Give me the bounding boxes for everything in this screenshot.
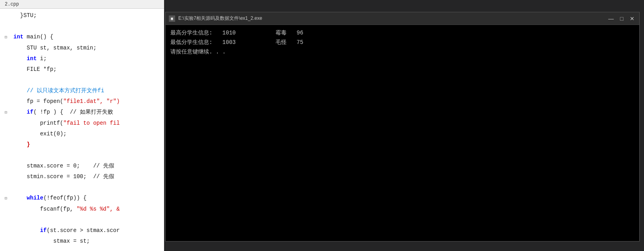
- line-content: }STU;: [12, 10, 164, 21]
- line-content: stmin.score = 100; // 先假: [12, 171, 164, 182]
- line-content: fscanf(fp, "%d %s %d", &: [12, 204, 164, 215]
- console-controls: — □ ✕: [607, 15, 636, 22]
- line-content: FILE *fp;: [12, 64, 164, 75]
- code-line: [0, 21, 164, 32]
- line-content: if( !fp ) { // 如果打开失败: [12, 107, 164, 118]
- line-content: if(st.score > stmax.scor: [12, 225, 164, 236]
- line-content: [12, 215, 164, 225]
- line-content: [12, 150, 164, 161]
- code-line: if(st.score > stmax.scor: [0, 225, 164, 236]
- code-line: ⊟ if( !fp ) { // 如果打开失败: [0, 107, 164, 118]
- line-content: }: [12, 139, 164, 150]
- code-line: ⊟int main() {: [0, 32, 164, 43]
- console-window: ▣ E:\实验7相关源码及数据文件\ex1_2.exe — □ ✕ 最高分学生信…: [165, 12, 640, 241]
- line-content: STU st, stmax, stmin;: [12, 43, 164, 53]
- code-line: STU st, stmax, stmin;: [0, 43, 164, 53]
- gutter-icon[interactable]: ⊟: [0, 107, 12, 118]
- line-content: printf("fail to open fil: [12, 118, 164, 129]
- code-area: }STU; ⊟int main() { STU st, stmax, stmin…: [0, 9, 164, 248]
- code-line: ⊟ while(!feof(fp)) {: [0, 193, 164, 204]
- line-content: // 以只读文本方式打开文件fi: [12, 86, 164, 96]
- line-content: int main() {: [12, 32, 164, 42]
- code-line: }: [0, 139, 164, 150]
- console-output-line: 最低分学生信息: 1003 毛怪 75: [170, 38, 635, 47]
- line-content: stmax = st;: [12, 236, 164, 247]
- tab-bar: 2.cpp: [0, 0, 164, 9]
- code-line: [0, 75, 164, 86]
- minimize-button[interactable]: —: [607, 15, 616, 22]
- console-output-line: 请按任意键继续. . .: [170, 47, 635, 57]
- code-line: exit(0);: [0, 129, 164, 139]
- gutter-icon[interactable]: ⊟: [0, 193, 12, 204]
- console-output-line: 最高分学生信息: 1010 霉毒 96: [170, 28, 635, 38]
- code-line: // 以只读文本方式打开文件fi: [0, 86, 164, 96]
- code-line: fscanf(fp, "%d %s %d", &: [0, 204, 164, 215]
- code-line: stmax.score = 0; // 先假: [0, 161, 164, 171]
- code-line: [0, 215, 164, 225]
- line-content: [12, 182, 164, 193]
- code-line: }STU;: [0, 10, 164, 21]
- code-line: int i;: [0, 53, 164, 64]
- code-line: printf("fail to open fil: [0, 118, 164, 129]
- code-editor: 2.cpp }STU; ⊟int main() { STU st, stmax,…: [0, 0, 164, 251]
- code-line: FILE *fp;: [0, 64, 164, 75]
- code-line: [0, 150, 164, 161]
- line-content: [12, 75, 164, 86]
- code-line: fp = fopen("file1.dat", "r"): [0, 96, 164, 107]
- code-line: [0, 182, 164, 193]
- line-content: while(!feof(fp)) {: [12, 193, 164, 203]
- console-icon: ▣: [169, 15, 175, 22]
- line-content: fp = fopen("file1.dat", "r"): [12, 96, 164, 107]
- gutter-icon[interactable]: ⊟: [0, 32, 12, 43]
- maximize-button[interactable]: □: [619, 15, 625, 22]
- tab-filename: 2.cpp: [2, 1, 22, 8]
- console-title: E:\实验7相关源码及数据文件\ex1_2.exe: [178, 15, 607, 22]
- code-line: stmin.score = 100; // 先假: [0, 171, 164, 182]
- close-button[interactable]: ✕: [628, 15, 636, 22]
- console-body: 最高分学生信息: 1010 霉毒 96最低分学生信息: 1003 毛怪 75请按…: [166, 25, 639, 241]
- line-content: int i;: [12, 53, 164, 64]
- console-titlebar: ▣ E:\实验7相关源码及数据文件\ex1_2.exe — □ ✕: [166, 12, 639, 25]
- line-content: [12, 21, 164, 32]
- line-content: exit(0);: [12, 129, 164, 139]
- code-line: stmax = st;: [0, 236, 164, 247]
- line-content: stmax.score = 0; // 先假: [12, 161, 164, 171]
